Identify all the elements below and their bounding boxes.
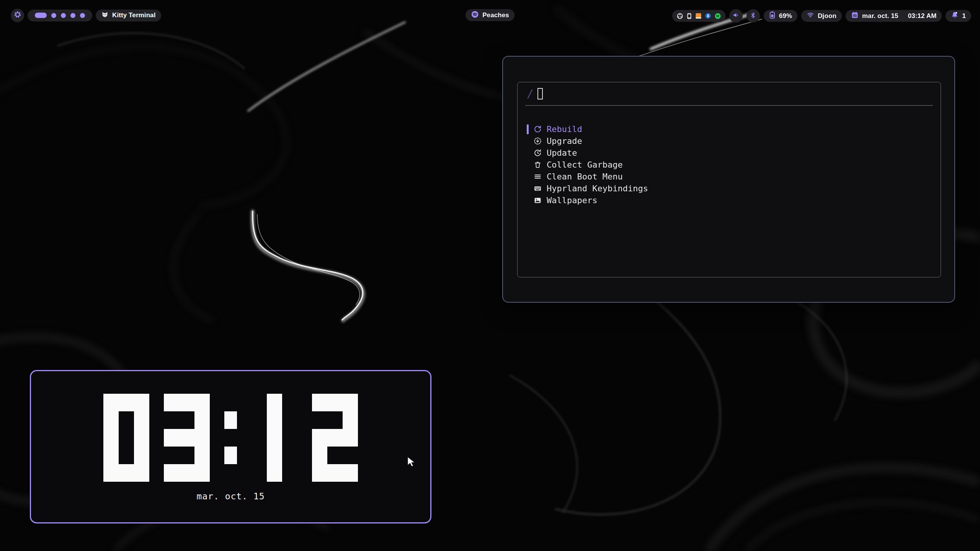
calendar-icon bbox=[851, 11, 859, 21]
battery-icon bbox=[769, 11, 776, 21]
notifications-pill[interactable]: 1 bbox=[946, 10, 971, 22]
active-window-title: Kitty Terminal bbox=[112, 11, 156, 19]
clock-digits bbox=[31, 394, 430, 482]
menu-item-label: Wallpapers bbox=[547, 196, 597, 205]
menu-item-label: Rebuild bbox=[547, 124, 582, 134]
menu-item-wallpapers[interactable]: Wallpapers bbox=[527, 194, 941, 206]
search-prompt: / bbox=[527, 88, 534, 100]
speaker-icon bbox=[732, 11, 740, 20]
selection-bar bbox=[527, 148, 529, 158]
network-ssid: Djoon bbox=[818, 12, 836, 20]
time-label: 03:12 AM bbox=[908, 12, 937, 20]
top-bar: Kitty Terminal Peaches bbox=[0, 8, 980, 23]
workspace-3[interactable] bbox=[61, 13, 66, 18]
media-track-label: Peaches bbox=[482, 11, 509, 19]
workspace-5[interactable] bbox=[80, 13, 85, 18]
volume-button[interactable] bbox=[729, 9, 743, 23]
selection-bar bbox=[527, 124, 529, 134]
text-cursor bbox=[537, 88, 543, 99]
notification-count: 1 bbox=[962, 12, 966, 20]
media-now-playing-pill[interactable]: Peaches bbox=[466, 9, 514, 21]
network-pill[interactable]: Djoon bbox=[801, 10, 842, 22]
battery-percent: 69% bbox=[779, 12, 792, 20]
bluetooth-tray-icon[interactable] bbox=[705, 13, 711, 19]
menu-item-label: Hyprland Keybindings bbox=[547, 184, 648, 193]
bell-icon bbox=[951, 11, 959, 21]
menu-item-label: Update bbox=[547, 148, 577, 158]
trash-icon bbox=[534, 161, 542, 169]
menu-item-rebuild[interactable]: Rebuild bbox=[527, 123, 941, 135]
download-circle-icon bbox=[534, 137, 542, 145]
launcher-inner-box: / RebuildUpgradeUpdateCollect GarbageCle… bbox=[517, 82, 941, 277]
menu-item-hyprland-keybindings[interactable]: Hyprland Keybindings bbox=[527, 183, 941, 194]
cat-icon bbox=[101, 11, 109, 20]
menu-lines-icon bbox=[534, 173, 542, 181]
launcher-panel: / RebuildUpgradeUpdateCollect GarbageCle… bbox=[502, 56, 955, 303]
launcher-menu-list: RebuildUpgradeUpdateCollect GarbageClean… bbox=[518, 123, 941, 206]
obs-icon[interactable] bbox=[676, 13, 683, 20]
clock-widget: mar. oct. 15 bbox=[30, 370, 431, 523]
selection-bar bbox=[527, 172, 529, 182]
downloads-icon[interactable] bbox=[695, 13, 702, 19]
active-window-pill[interactable]: Kitty Terminal bbox=[96, 10, 161, 21]
selection-bar bbox=[527, 184, 529, 194]
bluetooth-icon bbox=[750, 12, 756, 20]
menu-item-label: Upgrade bbox=[547, 136, 582, 146]
bluetooth-button[interactable] bbox=[746, 9, 760, 23]
system-tray bbox=[672, 10, 725, 22]
selection-bar bbox=[527, 196, 529, 205]
workspace-4[interactable] bbox=[70, 13, 75, 18]
spotify-icon bbox=[471, 10, 479, 20]
menu-item-clean-boot-menu[interactable]: Clean Boot Menu bbox=[527, 171, 941, 183]
workspace-indicators bbox=[28, 10, 92, 21]
mouse-cursor bbox=[407, 456, 417, 469]
menu-item-label: Clean Boot Menu bbox=[547, 172, 623, 181]
datetime-pill[interactable]: mar. oct. 15 03:12 AM bbox=[846, 10, 942, 22]
battery-pill[interactable]: 69% bbox=[764, 10, 797, 22]
menu-item-update[interactable]: Update bbox=[527, 147, 941, 159]
clock-digit-2 bbox=[312, 394, 358, 482]
clock-digit-0 bbox=[103, 394, 149, 482]
clock-date: mar. oct. 15 bbox=[31, 491, 430, 501]
selection-bar bbox=[527, 160, 529, 170]
image-icon bbox=[534, 196, 542, 204]
launcher-search-input[interactable]: / bbox=[518, 82, 941, 105]
spotify-tray-icon[interactable] bbox=[714, 13, 721, 20]
date-label: mar. oct. 15 bbox=[862, 12, 898, 20]
menu-item-label: Collect Garbage bbox=[547, 160, 623, 170]
launcher-gear-button[interactable] bbox=[11, 9, 24, 22]
keyboard-icon bbox=[534, 184, 542, 192]
selection-bar bbox=[527, 136, 529, 146]
gear-icon bbox=[13, 10, 22, 20]
search-separator bbox=[525, 105, 933, 106]
clock-refresh-icon bbox=[534, 149, 542, 157]
phone-icon[interactable] bbox=[686, 13, 692, 20]
workspace-2[interactable] bbox=[51, 13, 56, 18]
refresh-icon bbox=[534, 125, 542, 133]
workspace-1[interactable] bbox=[35, 13, 47, 18]
menu-item-upgrade[interactable]: Upgrade bbox=[527, 135, 941, 147]
clock-colon bbox=[224, 394, 237, 482]
menu-item-collect-garbage[interactable]: Collect Garbage bbox=[527, 159, 941, 171]
wifi-icon bbox=[807, 11, 814, 21]
clock-digit-3 bbox=[164, 394, 210, 482]
clock-digit-1 bbox=[252, 394, 297, 482]
